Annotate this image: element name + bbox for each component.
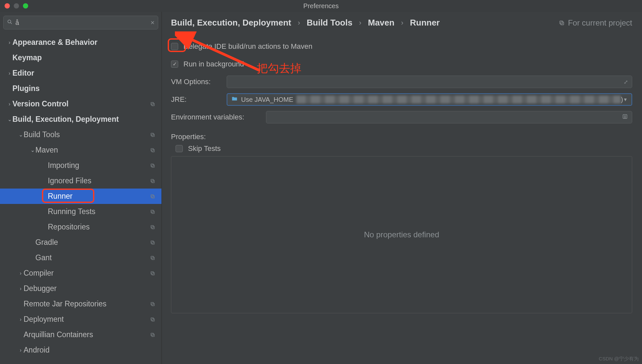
svg-rect-14 [152,211,154,213]
sidebar-item-arquillian-containers[interactable]: Arquillian Containers [0,327,161,342]
svg-rect-24 [152,303,154,306]
sidebar-item-compiler[interactable]: ›Compiler [0,265,161,281]
svg-rect-7 [151,148,154,151]
chevron-right-icon: › [18,286,24,292]
svg-line-1 [10,23,12,24]
breadcrumb-item[interactable]: Build, Execution, Deployment [171,18,291,28]
clear-search-icon[interactable]: ✕ [150,20,155,26]
main-panel: Build, Execution, Deployment›Build Tools… [162,12,642,364]
svg-rect-11 [151,179,154,182]
svg-rect-22 [152,272,154,275]
window-title: Preferences [0,2,642,10]
sidebar-item-repositories[interactable]: Repositories [0,219,161,235]
delegate-checkbox[interactable] [171,43,178,50]
search-input[interactable] [15,19,150,27]
project-scope-icon [150,209,156,215]
chevron-down-icon: ⌄ [29,147,35,153]
env-vars-input[interactable] [266,111,632,123]
watermark: CSDN @宁少有为 [599,356,639,362]
vm-options-input[interactable]: ⤢ [227,76,632,88]
sidebar-item-gradle[interactable]: Gradle [0,235,161,250]
breadcrumb-separator: › [298,19,300,27]
project-scope-icon [150,193,156,199]
skip-tests-checkbox[interactable] [176,145,183,152]
sidebar: ✕ ›Appearance & BehaviorKeymap›EditorPlu… [0,12,162,364]
svg-rect-8 [152,165,154,167]
sidebar-item-keymap[interactable]: Keymap [0,50,161,65]
breadcrumb-item[interactable]: Maven [368,18,394,28]
project-scope-icon [150,255,156,261]
project-scope-icon [150,332,156,338]
project-scope-icon [150,224,156,230]
project-scope-icon [150,240,156,246]
project-scope-icon [150,178,156,184]
properties-table[interactable]: No properties defined [171,156,632,313]
sidebar-item-build-execution-deployment[interactable]: ⌄Build, Execution, Deployment [0,112,161,127]
sidebar-item-appearance-behavior[interactable]: ›Appearance & Behavior [0,35,161,50]
chevron-right-icon: › [18,270,24,276]
sidebar-item-label: Build, Execution, Deployment [12,115,156,124]
sidebar-item-label: Plugins [12,84,156,93]
sidebar-item-label: Gant [35,253,150,262]
project-scope-icon [150,132,156,138]
chevron-right-icon: › [7,101,12,107]
sidebar-item-version-control[interactable]: ›Version Control [0,96,161,112]
svg-rect-30 [561,22,564,25]
env-vars-label: Environment variables: [171,113,266,121]
no-properties-placeholder: No properties defined [364,230,439,239]
svg-rect-16 [152,226,154,229]
sidebar-item-maven[interactable]: ⌄Maven [0,142,161,158]
search-icon [7,19,13,27]
skip-tests-label: Skip Tests [188,144,221,153]
chevron-down-icon: ▼ [623,97,628,102]
breadcrumb-item[interactable]: Build Tools [307,18,352,28]
breadcrumb: Build, Execution, Deployment›Build Tools… [171,18,632,28]
sidebar-item-ignored-files[interactable]: Ignored Files [0,173,161,189]
sidebar-item-label: Deployment [24,315,150,324]
sidebar-item-label: Compiler [24,269,150,278]
svg-point-0 [8,20,11,23]
properties-label: Properties: [171,133,632,141]
breadcrumb-separator: › [359,19,361,27]
svg-rect-21 [151,256,154,259]
svg-rect-18 [152,242,154,244]
svg-rect-29 [151,333,154,336]
sidebar-item-build-tools[interactable]: ⌄Build Tools [0,127,161,142]
settings-search-field[interactable]: ✕ [3,16,158,29]
sidebar-item-deployment[interactable]: ›Deployment [0,312,161,327]
chevron-right-icon: › [7,70,12,76]
sidebar-item-runner[interactable]: Runner [0,189,161,204]
sidebar-item-android[interactable]: ›Android [0,342,161,358]
sidebar-item-gant[interactable]: Gant [0,250,161,265]
project-scope-icon [150,270,156,276]
sidebar-item-debugger[interactable]: ›Debugger [0,281,161,296]
chevron-down-icon: ⌄ [7,116,12,122]
chevron-right-icon: › [18,317,24,322]
breadcrumb-separator: › [401,19,403,27]
sidebar-item-running-tests[interactable]: Running Tests [0,204,161,219]
sidebar-item-importing[interactable]: Importing [0,158,161,173]
for-current-project-label: For current project [559,18,632,27]
sidebar-item-remote-jar-repositories[interactable]: Remote Jar Repositories [0,296,161,312]
sidebar-item-label: Repositories [48,223,150,231]
svg-rect-5 [151,133,154,136]
svg-rect-9 [151,164,154,166]
sidebar-item-label: Maven [35,146,150,155]
svg-rect-2 [152,103,154,106]
sidebar-item-label: Running Tests [48,207,150,216]
jre-dropdown[interactable]: Use JAVA_HOME ) ▼ [227,93,632,106]
svg-rect-31 [560,21,563,24]
sidebar-item-plugins[interactable]: Plugins [0,81,161,96]
expand-icon[interactable]: ⤢ [624,79,628,85]
svg-rect-20 [152,257,154,260]
sidebar-item-editor[interactable]: ›Editor [0,65,161,81]
breadcrumb-item[interactable]: Runner [410,18,440,28]
sidebar-item-label: Gradle [35,238,150,247]
run-background-checkbox[interactable] [171,61,178,68]
project-scope-icon [150,147,156,153]
list-icon[interactable] [622,114,628,121]
delegate-label: Delegate IDE build/run actions to Maven [183,42,312,51]
sidebar-item-label: Editor [12,69,156,78]
svg-rect-28 [152,334,154,337]
jre-label: JRE: [171,95,227,104]
